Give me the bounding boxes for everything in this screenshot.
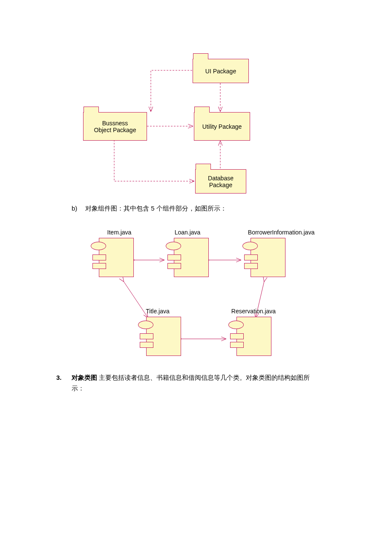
package-database: Database Package <box>195 169 246 194</box>
package-bo-label: Bussness Object Package <box>84 120 147 133</box>
component-reservation <box>236 317 271 356</box>
component-reservation-label: Reservation.java <box>224 308 283 315</box>
list-text-3-line2: 示： <box>72 384 84 393</box>
package-ui: UI Package <box>193 59 249 83</box>
list-marker-b: b) <box>72 205 77 212</box>
component-title <box>146 317 181 356</box>
list-text-3: 对象类图 主要包括读者信息、书籍信息和借阅信息等几个类。对象类图的结构如图所 <box>72 374 310 382</box>
component-borrower <box>251 238 285 277</box>
list-text-b: 对象组件图：其中包含 5 个组件部分，如图所示： <box>85 205 227 213</box>
package-utility: Utility Package <box>194 112 250 141</box>
component-borrower-label: BorrowerInformation.java <box>236 229 326 236</box>
component-item-label: Item.java <box>98 229 141 236</box>
package-ui-label: UI Package <box>193 68 248 75</box>
component-loan <box>174 238 209 277</box>
list-marker-3: 3. <box>56 374 62 381</box>
component-loan-label: Loan.java <box>166 229 209 236</box>
package-utility-label: Utility Package <box>194 123 250 130</box>
component-title-label: Title.java <box>136 308 179 315</box>
component-item <box>99 238 134 277</box>
package-db-label: Database Package <box>196 175 246 188</box>
package-business-object: Bussness Object Package <box>83 112 147 141</box>
